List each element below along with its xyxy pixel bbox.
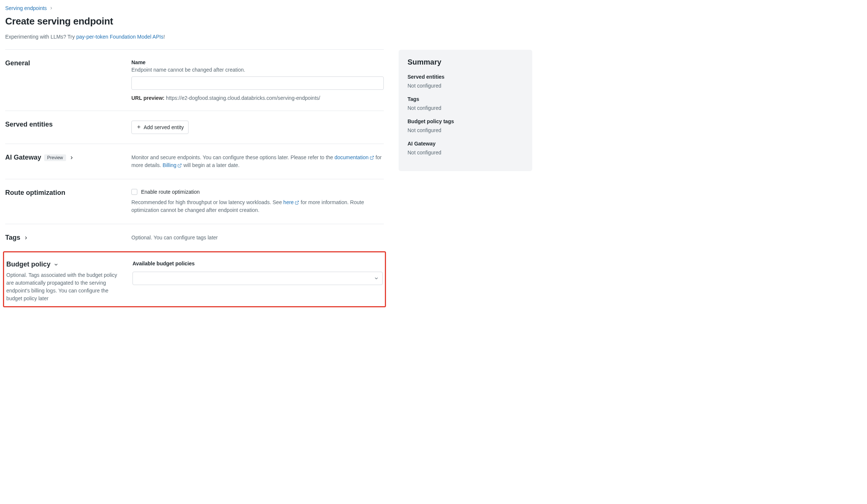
section-tags: Tags Optional. You can configure tags la…	[5, 224, 384, 251]
section-budget-policy: Budget policy Optional. Tags associated …	[6, 253, 383, 302]
section-general-title: General	[5, 59, 117, 67]
chevron-right-icon	[49, 6, 53, 10]
summary-item-tags: Tags Not configured	[408, 96, 523, 111]
name-label: Name	[131, 59, 384, 65]
svg-line-2	[372, 156, 374, 158]
breadcrumb-parent-link[interactable]: Serving endpoints	[5, 5, 47, 11]
section-route-opt-title: Route optimization	[5, 189, 117, 197]
external-link-icon	[295, 200, 299, 205]
svg-line-4	[297, 201, 299, 203]
hint-prefix: Experimenting with LLMs? Try	[5, 34, 76, 40]
chevron-right-icon[interactable]	[23, 235, 29, 240]
foundation-model-link[interactable]: pay-per-token Foundation Model APIs	[76, 34, 163, 40]
section-ai-gateway-title: AI Gateway	[5, 154, 41, 161]
summary-item-value: Not configured	[408, 150, 523, 156]
summary-item-ai-gateway: AI Gateway Not configured	[408, 141, 523, 156]
chevron-down-icon[interactable]	[53, 262, 59, 267]
summary-item-value: Not configured	[408, 127, 523, 133]
documentation-link[interactable]: documentation	[334, 154, 374, 161]
route-opt-here-text: here	[283, 199, 294, 206]
svg-line-3	[179, 164, 181, 166]
documentation-link-text: documentation	[334, 154, 369, 161]
url-preview-label: URL preview:	[131, 95, 164, 101]
summary-item-value: Not configured	[408, 105, 523, 111]
url-preview-value: https://e2-dogfood.staging.cloud.databri…	[166, 95, 320, 101]
section-tags-title: Tags	[5, 234, 20, 242]
name-input[interactable]	[131, 76, 384, 90]
summary-item-title: Served entities	[408, 74, 523, 80]
ai-gateway-text-before: Monitor and secure endpoints. You can co…	[131, 154, 334, 160]
add-served-entity-button[interactable]: Add served entity	[131, 121, 189, 134]
external-link-icon	[177, 163, 182, 168]
summary-item-title: Budget policy tags	[408, 118, 523, 124]
summary-item-value: Not configured	[408, 83, 523, 89]
plus-icon	[136, 124, 141, 131]
summary-item-title: Tags	[408, 96, 523, 102]
summary-item-served-entities: Served entities Not configured	[408, 74, 523, 89]
budget-policy-highlight: Budget policy Optional. Tags associated …	[3, 251, 386, 307]
ai-gateway-text-after: will begin at a later date.	[182, 162, 239, 168]
section-served-entities: Served entities Add served entity	[5, 111, 384, 144]
ai-gateway-description: Monitor and secure endpoints. You can co…	[131, 154, 384, 169]
summary-item-budget-policy-tags: Budget policy tags Not configured	[408, 118, 523, 133]
section-general: General Name Endpoint name cannot be cha…	[5, 49, 384, 111]
preview-badge: Preview	[44, 154, 66, 161]
budget-description: Optional. Tags associated with the budge…	[6, 271, 118, 302]
section-served-title: Served entities	[5, 121, 117, 128]
external-link-icon	[370, 156, 374, 160]
hint-suffix: !	[163, 34, 165, 40]
section-budget-title: Budget policy	[6, 261, 50, 268]
add-served-entity-label: Add served entity	[144, 124, 184, 130]
route-opt-text-before: Recommended for high throughput or low l…	[131, 199, 283, 205]
billing-link-text: Billing	[163, 161, 176, 169]
billing-link[interactable]: Billing	[163, 161, 182, 169]
tags-description: Optional. You can configure tags later	[131, 234, 384, 242]
summary-title: Summary	[408, 58, 523, 66]
route-opt-description: Recommended for high throughput or low l…	[131, 199, 384, 214]
page-title: Create serving endpoint	[5, 16, 384, 27]
name-sublabel: Endpoint name cannot be changed after cr…	[131, 67, 384, 73]
summary-item-title: AI Gateway	[408, 141, 523, 147]
section-route-optimization: Route optimization Enable route optimiza…	[5, 179, 384, 224]
budget-policy-select[interactable]	[132, 272, 383, 285]
breadcrumb: Serving endpoints	[5, 5, 384, 11]
llm-hint: Experimenting with LLMs? Try pay-per-tok…	[5, 34, 384, 40]
route-opt-here-link[interactable]: here	[283, 199, 299, 206]
chevron-right-icon[interactable]	[69, 155, 74, 160]
section-ai-gateway: AI Gateway Preview Monitor and secure en…	[5, 144, 384, 179]
enable-route-opt-checkbox[interactable]	[131, 189, 137, 195]
summary-card: Summary Served entities Not configured T…	[399, 50, 532, 171]
enable-route-opt-label: Enable route optimization	[141, 189, 200, 195]
budget-field-label: Available budget policies	[132, 261, 383, 266]
